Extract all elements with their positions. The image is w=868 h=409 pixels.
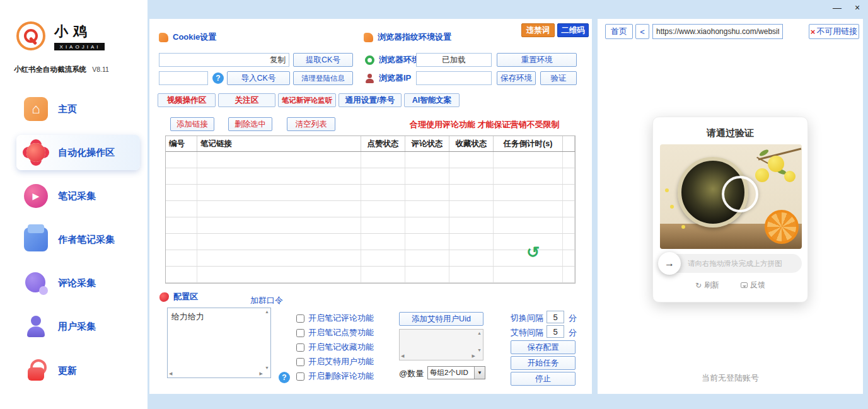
sidebar-item-note-collect[interactable]: ▶ 笔记采集 [16, 178, 140, 214]
url-input[interactable] [652, 24, 783, 39]
chevron-down-icon[interactable]: ▼ [474, 367, 485, 379]
table-row[interactable] [166, 250, 575, 267]
keyword-textarea[interactable]: 给力给力 ▲ ▼ ◀ ▶ [167, 308, 271, 378]
reset-env-button[interactable]: 重置环境 [497, 53, 577, 67]
orange-slice-shape [765, 210, 799, 244]
qrcode-button[interactable]: 二维码 [557, 23, 589, 37]
at-interval-input[interactable] [547, 325, 564, 338]
table-row[interactable] [166, 168, 575, 185]
scroll-right-arrow[interactable]: ▶ [472, 354, 475, 359]
help-icon[interactable]: ? [212, 72, 224, 84]
save-env-button[interactable]: 保存环境 [497, 71, 536, 85]
checkbox-enable-delete-comment[interactable]: 开启删除评论功能 [296, 371, 374, 382]
table-row[interactable] [166, 152, 575, 168]
scroll-up-arrow[interactable]: ▲ [265, 309, 269, 314]
at-count-label: @数量 [399, 368, 424, 379]
home-page-button[interactable]: 首页 [605, 24, 633, 39]
sidebar-item-home[interactable]: ⌂ 主页 [16, 91, 140, 127]
uid-list-box[interactable]: ▲ ▼ ◀ ▶ [399, 329, 483, 360]
tab-general-settings[interactable]: 通用设置/养号 [339, 93, 402, 107]
sidebar-item-author-notes[interactable]: 作者笔记采集 [16, 222, 140, 257]
browser-ip-label: 浏览器IP [379, 72, 411, 84]
ck-small-input[interactable] [159, 71, 208, 85]
checkbox-input[interactable] [296, 372, 304, 381]
checkbox-input[interactable] [296, 343, 304, 352]
captcha-feedback-link[interactable]: 反馈 [741, 280, 765, 291]
verify-button[interactable]: 验证 [540, 71, 577, 85]
refresh-list-icon[interactable]: ↺ [526, 243, 540, 262]
lemon-shape [768, 156, 784, 172]
tab-new-comment-monitor[interactable]: 笔记新评论监听 [278, 93, 336, 107]
table-body [166, 152, 575, 283]
scroll-left-arrow[interactable]: ◀ [401, 354, 404, 359]
copy-label[interactable]: 复制 [270, 55, 286, 66]
table-row[interactable] [166, 217, 575, 234]
minimize-button[interactable]: — [830, 1, 844, 14]
table-cell [166, 201, 197, 217]
captcha-image[interactable] [660, 144, 802, 249]
start-task-button[interactable]: 开始任务 [511, 356, 576, 370]
close-button[interactable]: × [850, 1, 864, 14]
checkbox-enable-note-favorite[interactable]: 开启笔记收藏功能 [296, 342, 374, 353]
table-row[interactable] [166, 267, 575, 283]
invalid-link-button[interactable]: × 不可用链接 [809, 24, 859, 39]
table-row[interactable] [166, 201, 575, 217]
stop-button[interactable]: 停止 [511, 372, 576, 386]
table-row[interactable] [166, 185, 575, 201]
table-cell [361, 152, 405, 168]
captcha-refresh-link[interactable]: ↻ 刷新 [695, 280, 719, 291]
x-icon: × [811, 27, 816, 37]
delete-selected-button[interactable]: 删除选中 [228, 117, 272, 131]
scroll-down-arrow[interactable]: ▼ [477, 348, 482, 352]
logo-banner: XIAOJIAI [54, 43, 105, 50]
tab-follow-zone[interactable]: 关注区 [218, 93, 275, 107]
banned-words-button[interactable]: 违禁词 [521, 23, 555, 37]
scroll-up-arrow[interactable]: ▲ [477, 331, 482, 335]
refresh-icon: ↻ [695, 281, 702, 290]
extract-ck-button[interactable]: 提取CK号 [293, 53, 353, 67]
slider-handle[interactable]: → [658, 252, 681, 275]
table-cell [563, 217, 575, 233]
captcha-title: 请通过验证 [653, 127, 807, 139]
tab-ai-copywriting[interactable]: AI智能文案 [404, 93, 460, 107]
checkbox-input[interactable] [296, 329, 304, 337]
sidebar-item-update[interactable]: 更新 [16, 353, 140, 388]
fingerprint-icon [364, 33, 373, 42]
sidebar-item-automation[interactable]: 自动化操作区 [16, 135, 140, 170]
col-header-number: 编号 [166, 136, 197, 151]
checkbox-enable-note-like[interactable]: 开启笔记点赞功能 [296, 327, 374, 338]
tab-video-zone[interactable]: 视频操作区 [158, 93, 216, 107]
checkbox-input[interactable] [296, 314, 304, 323]
browser-ip-field[interactable] [416, 71, 492, 85]
save-config-button[interactable]: 保存配置 [511, 340, 576, 354]
table-row[interactable] [166, 234, 575, 250]
checkbox-input[interactable] [296, 358, 304, 366]
import-ck-button[interactable]: 导入CK号 [227, 71, 290, 85]
lemon-shape [784, 171, 796, 182]
sidebar-item-comment-collect[interactable]: 评论采集 [16, 265, 140, 301]
captcha-dialog: 请通过验证 请向右拖动滑块完成上方拼图 → ↻ 刷新 [652, 117, 808, 302]
checkbox-enable-at-user[interactable]: 开启艾特用户功能 [296, 356, 374, 367]
scroll-down-arrow[interactable]: ▼ [265, 366, 269, 370]
clear-list-button[interactable]: 清空列表 [287, 117, 335, 131]
cookie-input[interactable]: 复制 [159, 53, 289, 67]
captcha-slider-track[interactable]: 请向右拖动滑块完成上方拼图 [660, 254, 802, 273]
lemon-shape [755, 168, 769, 182]
table-cell [166, 250, 197, 266]
sidebar-item-user-collect[interactable]: 用户采集 [16, 309, 140, 344]
add-at-uid-button[interactable]: 添加艾特用户Uid [399, 312, 483, 326]
table-cell [166, 168, 197, 184]
switch-interval-input[interactable] [547, 311, 564, 323]
checkbox-enable-note-comment[interactable]: 开启笔记评论功能 [296, 313, 374, 324]
config-section-header: 配置区 [159, 291, 198, 302]
clear-login-button[interactable]: 清理登陆信息 [293, 71, 353, 85]
table-cell [197, 168, 361, 184]
table-cell [361, 234, 405, 250]
scroll-left-arrow[interactable]: ◀ [169, 371, 172, 376]
table-cell [494, 201, 563, 217]
add-link-button[interactable]: 添加链接 [170, 117, 214, 131]
config-help-icon[interactable]: ? [279, 372, 290, 383]
uid-group-dropdown[interactable]: 每组2个UID ▼ [427, 366, 485, 379]
back-button[interactable]: < [635, 24, 649, 39]
scroll-right-arrow[interactable]: ▶ [260, 371, 263, 376]
